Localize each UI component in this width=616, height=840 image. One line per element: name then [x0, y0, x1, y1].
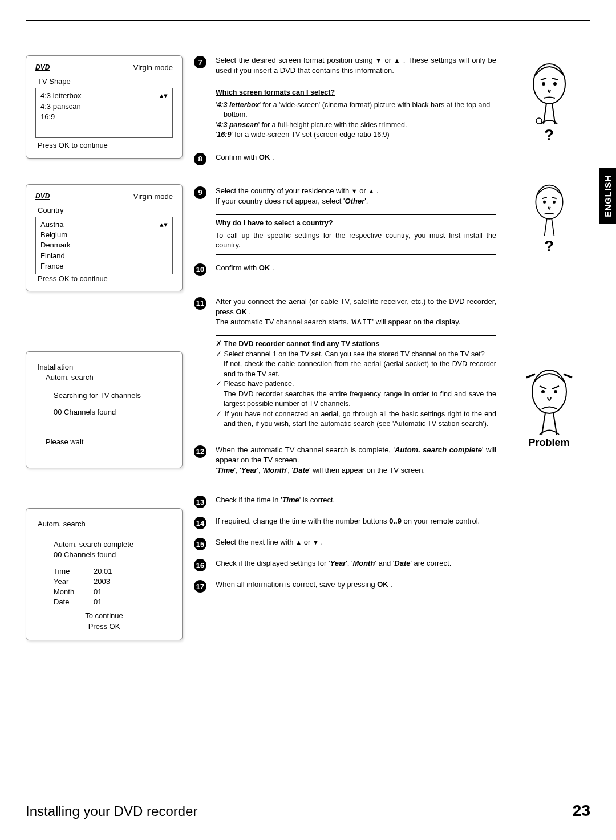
osd-item: 16:9: [40, 112, 168, 122]
frowning-face-icon: [524, 360, 575, 440]
question-mark: ?: [508, 126, 590, 144]
faq-line: '4:3 letterbox' for a 'wide-screen' (cin…: [216, 100, 496, 120]
step-badge: 13: [194, 496, 206, 508]
step-14: 14 If required, change the time with the…: [194, 516, 496, 529]
osd-mode: Virgin mode: [133, 192, 173, 202]
step-text: When all information is correct, save by…: [216, 579, 392, 590]
step-15: 15 Select the next line with ▲ or ▼ .: [194, 537, 496, 550]
svg-point-1: [542, 82, 545, 86]
up-triangle-icon: ▲: [394, 57, 401, 64]
osd-key: Date: [54, 597, 94, 607]
faq-bullet: ✓ Select channel 1 on the TV set. Can yo…: [216, 350, 496, 360]
osd-item: Austria: [40, 220, 63, 230]
osd-line: 00 Channels found: [54, 550, 171, 560]
faq-title: Why do I have to select a country?: [216, 218, 496, 229]
faq-line: '4:3 panscan' for a full-height picture …: [216, 120, 496, 131]
faq-title: ✗ The DVD recorder cannot find any TV st…: [216, 339, 496, 350]
step-text: Confirm with OK .: [216, 152, 274, 163]
section-rule: [26, 20, 590, 21]
down-triangle-icon: ▼: [313, 539, 319, 546]
down-triangle-icon: ▼: [351, 188, 358, 194]
step-text: Check if the time in 'Time' is correct.: [216, 495, 335, 505]
illustration-column: ? ?: [508, 55, 590, 666]
faq-illustration: Problem: [508, 360, 590, 469]
up-triangle-icon: ▲: [295, 539, 302, 546]
step-badge: 14: [194, 517, 206, 529]
osd-row: Year2003: [54, 577, 171, 587]
steps-column: 7 Select the desired screen format posit…: [194, 55, 496, 666]
language-tab: ENGLISH: [599, 168, 616, 224]
faq-bullet: ✓ Please have patience.: [216, 379, 496, 389]
osd-title: Installation: [38, 362, 171, 372]
step-badge: 17: [194, 580, 206, 593]
osd-row: Time20:01: [54, 566, 171, 577]
osd-line: Searching for TV channels: [54, 391, 171, 401]
problem-label: Problem: [508, 437, 590, 449]
osd-footer: Press OK to continue: [38, 140, 173, 151]
osd-column: DVD Virgin mode TV Shape 4:3 letterbox ▴…: [26, 55, 183, 666]
osd-clock: Autom. search Autom. search complete 00 …: [26, 508, 183, 640]
osd-key: Time: [54, 566, 94, 577]
osd-val: 01: [94, 587, 102, 597]
step-text: Confirm with OK .: [216, 263, 274, 273]
osd-item: France: [40, 261, 168, 271]
step-text: If required, change the time with the nu…: [216, 516, 480, 526]
svg-point-5: [543, 201, 546, 204]
osd-list: 4:3 letterbox ▴▾ 4:3 panscan 16:9: [35, 88, 173, 138]
step-13: 13 Check if the time in 'Time' is correc…: [194, 495, 496, 508]
faq-bullet: ✓ If you have not connected an aerial, g…: [216, 409, 496, 429]
step-badge: 16: [194, 559, 206, 571]
step-16: 16 Check if the displayed settings for '…: [194, 558, 496, 571]
step-badge: 8: [194, 153, 206, 165]
svg-point-3: [536, 118, 542, 124]
osd-key: Month: [54, 587, 94, 597]
osd-tvshape: DVD Virgin mode TV Shape 4:3 letterbox ▴…: [26, 55, 183, 159]
faq-screen-formats: Which screen formats can I select? '4:3 …: [216, 84, 496, 144]
osd-country: DVD Virgin mode Country Austria ▴▾ Belgi…: [26, 184, 183, 292]
step-11: 11 After you connect the aerial (or cabl…: [194, 297, 496, 328]
step-badge: 11: [194, 297, 206, 310]
faq-illustration: ?: [508, 55, 590, 149]
osd-search: Installation Autom. search Searching for…: [26, 351, 183, 468]
step-badge: 9: [194, 186, 206, 199]
footer-title: Installing your DVD recorder: [26, 804, 197, 819]
step-7: 7 Select the desired screen format posit…: [194, 55, 496, 76]
step-10: 10 Confirm with OK .: [194, 263, 496, 276]
osd-subtitle: Autom. search: [46, 372, 171, 383]
osd-key: Year: [54, 577, 94, 587]
osd-item: Belgium: [40, 230, 168, 240]
step-8: 8 Confirm with OK .: [194, 152, 496, 165]
step-12: 12 When the automatic TV channel search …: [194, 445, 496, 476]
osd-line: 00 Channels found: [54, 407, 171, 417]
thinking-face-icon: [526, 55, 572, 129]
step-text: Select the next line with ▲ or ▼ .: [216, 537, 323, 547]
step-badge: 7: [194, 56, 206, 68]
step-badge: 10: [194, 263, 206, 276]
osd-item: Denmark: [40, 240, 168, 250]
osd-foot: To continue: [38, 611, 171, 621]
faq-bullet-cont: The DVD recorder searches the entire fre…: [216, 389, 496, 409]
osd-item: 4:3 panscan: [40, 102, 168, 112]
question-mark: ?: [508, 237, 590, 255]
step-9: 9 Select the country of your residence w…: [194, 186, 496, 206]
osd-wait: Please wait: [46, 437, 171, 447]
osd-title: TV Shape: [38, 76, 173, 87]
faq-text: To call up the specific settings for the…: [216, 231, 496, 251]
faq-bullet-cont: If not, check the cable connection from …: [216, 359, 496, 379]
display-text: WAIT: [352, 318, 372, 326]
osd-title: Country: [38, 205, 173, 216]
footer-page: 23: [573, 802, 590, 820]
osd-row: Date01: [54, 597, 171, 607]
step-text: Select the desired screen format positio…: [216, 55, 496, 76]
thinking-face-icon: [526, 178, 572, 241]
osd-line: Autom. search complete: [54, 539, 171, 550]
osd-footer: Press OK to continue: [38, 274, 173, 284]
dvd-logo: DVD: [35, 192, 50, 202]
step-text: After you connect the aerial (or cable T…: [216, 297, 496, 328]
svg-point-2: [553, 82, 557, 86]
down-triangle-icon: ▼: [375, 57, 382, 64]
dvd-logo: DVD: [35, 63, 50, 73]
osd-list: Austria ▴▾ Belgium Denmark Finland Franc…: [35, 217, 173, 274]
updown-icon: ▴▾: [160, 220, 168, 230]
step-text: Select the country of your residence wit…: [216, 186, 379, 206]
